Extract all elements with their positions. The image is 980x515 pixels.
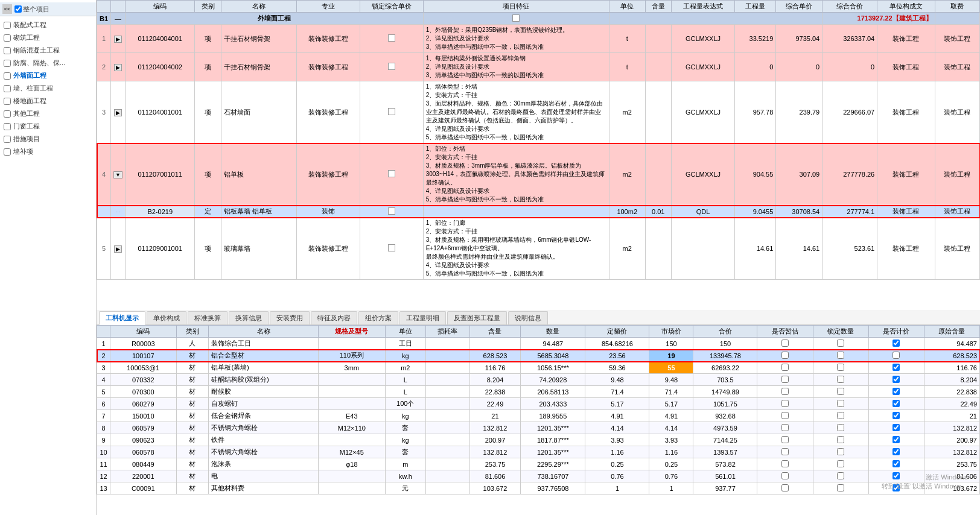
tab-6[interactable]: 组价方案	[358, 311, 398, 324]
brow-mktprice-9[interactable]: 1.16	[649, 446, 693, 458]
sidebar-item-10[interactable]: 墙补项	[0, 145, 96, 158]
brow-qty-1[interactable]: 628.523	[469, 350, 521, 362]
bth-spec[interactable]: 规格及型号	[318, 326, 385, 338]
brow-cb-lock_qty-9[interactable]	[813, 446, 868, 458]
expand-icon-2[interactable]: ▶	[111, 81, 126, 144]
brow-spec-9[interactable]: M12×45	[318, 446, 385, 458]
row-lock-3[interactable]	[360, 144, 423, 206]
tab-9[interactable]: 说明信息	[508, 311, 548, 324]
brow-spec-0[interactable]	[318, 338, 385, 350]
top-table-row-1[interactable]: 2▶011204004002项干挂石材钢骨架装饰装修工程1、每层结构梁外侧设置通…	[97, 53, 980, 81]
sidebar-checkbox-3[interactable]	[4, 60, 11, 67]
row-lock-5[interactable]	[360, 218, 423, 280]
brow-defprice-12[interactable]: 1	[585, 482, 649, 494]
section-minus[interactable]: —	[111, 13, 126, 25]
th-amount[interactable]: 工程量	[735, 1, 776, 13]
bottom-row-2[interactable]: 3100053@1材铝单板(幕墙)3mmm2116.761056.15***59…	[97, 362, 980, 374]
row-lock-1[interactable]	[360, 53, 423, 81]
brow-loss-6[interactable]	[425, 410, 469, 422]
th-type[interactable]: 类别	[195, 1, 221, 13]
sidebar-item-2[interactable]: 钢筋混凝土工程	[0, 44, 96, 57]
brow-cb-is_est-12[interactable]	[757, 482, 813, 494]
row-expr-3[interactable]: GCLMXXLJ	[671, 144, 734, 206]
row-name-4[interactable]: 铝板幕墙 铝单板	[221, 206, 296, 218]
brow-total-3[interactable]: 703.5	[693, 374, 757, 386]
top-table-row-3[interactable]: 4▼011207001011项铝单板装饰装修工程1、部位：外墙 2、安装方式：干…	[97, 144, 980, 206]
brow-cb-is_est-5[interactable]	[757, 398, 813, 410]
brow-cb-is_est-7[interactable]	[757, 422, 813, 434]
brow-cb-is_price-1[interactable]	[868, 350, 924, 362]
brow-code-12[interactable]: C00091	[110, 482, 177, 494]
bth-defprice[interactable]: 定额价	[585, 326, 649, 338]
brow-mktprice-12[interactable]: 1	[649, 482, 693, 494]
bth-isprice[interactable]: 是否计价	[868, 326, 924, 338]
row-unit-price-2[interactable]: 239.79	[776, 81, 822, 144]
brow-defprice-2[interactable]: 59.36	[585, 362, 649, 374]
brow-total-11[interactable]: 561.01	[693, 470, 757, 482]
brow-defprice-6[interactable]: 4.91	[585, 410, 649, 422]
brow-spec-3[interactable]	[318, 374, 385, 386]
th-specialty[interactable]: 专业	[296, 1, 360, 13]
brow-cb-is_price-6[interactable]	[868, 410, 924, 422]
bth-name[interactable]: 名称	[209, 326, 318, 338]
tab-1[interactable]: 单价构成	[147, 311, 186, 324]
brow-spec-12[interactable]	[318, 482, 385, 494]
brow-cb-lock_qty-4[interactable]	[813, 386, 868, 398]
brow-cb-lock_qty-2[interactable]	[813, 362, 868, 374]
brow-spec-5[interactable]	[318, 398, 385, 410]
brow-cb-is_est-8[interactable]	[757, 434, 813, 446]
brow-code-6[interactable]: 150010	[110, 410, 177, 422]
row-code-3[interactable]: 011207001011	[125, 144, 194, 206]
root-checkbox[interactable]	[14, 5, 22, 13]
brow-loss-2[interactable]	[425, 362, 469, 374]
brow-cb-lock_qty-5[interactable]	[813, 398, 868, 410]
brow-qty-5[interactable]: 22.49	[469, 398, 521, 410]
brow-cb-lock_qty-3[interactable]	[813, 374, 868, 386]
brow-spec-10[interactable]: φ18	[318, 458, 385, 470]
bth-total[interactable]: 合价	[693, 326, 757, 338]
sidebar-checkbox-0[interactable]	[4, 22, 11, 29]
row-amount-4[interactable]: 9.0455	[735, 206, 776, 218]
th-unit-price[interactable]: 综合单价	[776, 1, 822, 13]
bth-unit[interactable]: 单位	[385, 326, 425, 338]
row-quantity-5[interactable]	[645, 218, 671, 280]
row-expr-0[interactable]: GCLMXXLJ	[671, 25, 734, 53]
brow-cb-is_price-0[interactable]	[868, 338, 924, 350]
bottom-row-3[interactable]: 4070332材硅酮结构胶(双组分)L8.20474.209289.489.48…	[97, 374, 980, 386]
brow-total-2[interactable]: 62693.22	[693, 362, 757, 374]
expand-icon-1[interactable]: ▶	[111, 53, 126, 81]
bth-type[interactable]: 类别	[176, 326, 209, 338]
brow-loss-8[interactable]	[425, 434, 469, 446]
th-total-price[interactable]: 综合合价	[822, 1, 877, 13]
brow-cb-is_est-6[interactable]	[757, 410, 813, 422]
sidebar-item-6[interactable]: 楼地面工程	[0, 95, 96, 107]
row-unit-price-5[interactable]: 14.61	[776, 218, 822, 280]
brow-code-4[interactable]: 070300	[110, 386, 177, 398]
row-quantity-1[interactable]	[645, 53, 671, 81]
brow-cb-is_est-0[interactable]	[757, 338, 813, 350]
brow-qty-7[interactable]: 132.812	[469, 422, 521, 434]
row-code-2[interactable]: 011204001001	[125, 81, 194, 144]
tab-5[interactable]: 特征及内容	[311, 311, 357, 324]
sidebar-collapse-button[interactable]: <<	[2, 4, 12, 14]
brow-mktprice-3[interactable]: 9.48	[649, 374, 693, 386]
tab-8[interactable]: 反查图形工程量	[447, 311, 507, 324]
row-code-5[interactable]: 011209001001	[125, 218, 194, 280]
row-quantity-0[interactable]	[645, 25, 671, 53]
brow-cb-lock_qty-6[interactable]	[813, 410, 868, 422]
brow-loss-12[interactable]	[425, 482, 469, 494]
th-comp[interactable]: 单位构成文	[877, 1, 935, 13]
brow-defprice-7[interactable]: 4.14	[585, 422, 649, 434]
brow-mktprice-8[interactable]: 3.93	[649, 434, 693, 446]
expand-icon-3[interactable]: ▼	[111, 144, 126, 206]
brow-qty-10[interactable]: 253.75	[469, 458, 521, 470]
bottom-row-1[interactable]: 2100107材铝合金型材110系列kg628.5235685.304823.5…	[97, 350, 980, 362]
brow-cb-lock_qty-7[interactable]	[813, 422, 868, 434]
top-table-row-5[interactable]: 5▶011209001001项玻璃幕墙装饰装修工程1、部位：门廊 2、安装方式：…	[97, 218, 980, 280]
sidebar-item-3[interactable]: 防腐、隔热、保...	[0, 57, 96, 69]
brow-spec-4[interactable]	[318, 386, 385, 398]
brow-defprice-1[interactable]: 23.56	[585, 350, 649, 362]
sidebar-item-7[interactable]: 其他工程	[0, 107, 96, 120]
brow-code-1[interactable]: 100107	[110, 350, 177, 362]
brow-total-9[interactable]: 1393.57	[693, 446, 757, 458]
